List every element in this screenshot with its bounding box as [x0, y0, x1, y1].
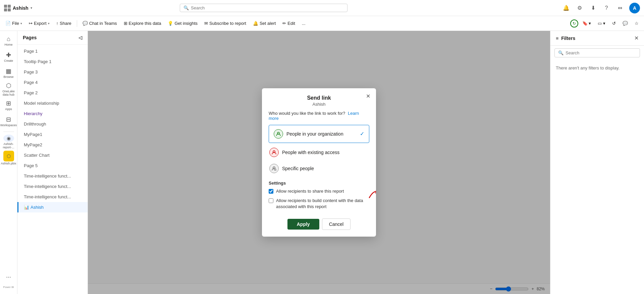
page-item-page1[interactable]: Page 1 [17, 46, 88, 56]
browse-icon: ▦ [6, 67, 11, 75]
page-item-mypage1[interactable]: MyPage1 [17, 129, 88, 140]
left-navigation: ⌂ Home ✚ Create ▦ Browse ⬡ OneLake data … [0, 31, 17, 294]
modal-close-button[interactable]: ✕ [364, 92, 372, 100]
more-icon: ··· [6, 274, 11, 281]
nav-create[interactable]: ✚ Create [1, 50, 16, 64]
explore-data-button[interactable]: ⊞ Explore this data [121, 19, 164, 27]
refresh2-button[interactable]: ↺ [609, 19, 619, 27]
specific-icon [269, 164, 279, 173]
option-specific-label: Specific people [282, 166, 369, 171]
explore-icon: ⊞ [124, 21, 127, 26]
page-item-ashish[interactable]: 📊Ashish [17, 202, 88, 212]
settings-icon[interactable]: ⚙ [576, 4, 584, 12]
filters-search[interactable]: 🔍 [554, 48, 640, 57]
content-area: Send link Ashish ✕ Who would you like th… [88, 31, 550, 294]
option-org[interactable]: People in your organization ✓ [269, 125, 369, 143]
get-insights-button[interactable]: 💡 Get insights [165, 19, 200, 27]
more-button[interactable]: ... [299, 19, 308, 27]
edit-button[interactable]: ✏ Edit [280, 19, 298, 27]
download-icon[interactable]: ⬇ [589, 4, 597, 12]
modal-overlay: Send link Ashish ✕ Who would you like th… [88, 31, 550, 294]
view-button[interactable]: ▭ ▾ [595, 19, 608, 27]
active-page-icon: 📊 [24, 205, 29, 210]
share-icon2: ↑ [56, 21, 59, 26]
allow-share-label: Allow recipients to share this report [276, 188, 344, 194]
page-item-time2[interactable]: Time-intelligence funct... [17, 181, 88, 192]
nav-ashish-report[interactable]: ◉ Ashish-report-... [1, 135, 16, 149]
page-item-page3[interactable]: Page 3 [17, 67, 88, 77]
avatar[interactable]: A [629, 3, 640, 13]
allow-build-checkbox[interactable] [269, 198, 273, 203]
export-chevron: ▾ [48, 22, 50, 25]
option-specific[interactable]: Specific people [269, 160, 369, 177]
apply-button[interactable]: Apply [287, 219, 319, 230]
ashish-pbix-icon: ⬡ [3, 151, 14, 161]
nav-ashish-pbix-label: Ashish.pbix [1, 162, 16, 165]
help-icon[interactable]: ? [602, 4, 610, 12]
modal-body: Who would you like the link to work for?… [262, 111, 376, 219]
page-item-model[interactable]: Model relationship [17, 98, 88, 108]
refresh-button[interactable]: ↻ [570, 19, 578, 28]
search-input[interactable] [191, 5, 344, 10]
page-item-drillthrough[interactable]: Drillthrough [17, 119, 88, 129]
comment-button[interactable]: 💬 [620, 19, 631, 27]
allow-share-checkbox[interactable] [269, 189, 273, 194]
page-item-hierarchy[interactable]: Hierarchy [17, 108, 88, 119]
pages-header: Pages ◁ [17, 31, 88, 45]
star-button[interactable]: ☆ [632, 19, 641, 27]
share-icon[interactable]: ⇔ [616, 4, 624, 12]
topbar-icons: 🔔 ⚙ ⬇ ? ⇔ A [562, 3, 640, 13]
nav-ashish-pbix[interactable]: ⬡ Ashish.pbix [1, 151, 16, 165]
filters-empty-message: There aren't any filters to display. [550, 60, 644, 76]
filters-search-icon: 🔍 [558, 50, 564, 55]
pages-collapse-icon[interactable]: ◁ [78, 35, 82, 40]
search-icon: 🔍 [183, 5, 189, 10]
nav-apps[interactable]: ⊞ Apps [1, 98, 16, 113]
page-item-page2[interactable]: Page 2 [17, 88, 88, 98]
filter-icon: ≡ [556, 36, 558, 41]
red-annotation [367, 188, 376, 200]
home-icon: ⌂ [7, 36, 10, 43]
filters-search-input[interactable] [566, 50, 636, 55]
filters-title: ≡ Filters [556, 36, 575, 41]
page-item-time3[interactable]: Time-intelligence funct... [17, 192, 88, 202]
page-item-page5[interactable]: Page 5 [17, 160, 88, 171]
nav-create-label: Create [4, 59, 13, 63]
modal-subtitle: Ashish [312, 102, 325, 107]
cancel-button[interactable]: Cancel [322, 218, 351, 230]
chat-teams-button[interactable]: 💬 Chat in Teams [80, 19, 120, 27]
page-item-scatter[interactable]: Scatter Chart [17, 150, 88, 160]
nav-onelake-label: OneLake data hub [1, 90, 16, 97]
page-item-page4[interactable]: Page 4 [17, 77, 88, 88]
alert-button[interactable]: 🔔 Set alert [250, 19, 278, 27]
option-existing[interactable]: People with existing access [269, 144, 369, 160]
global-search[interactable]: 🔍 [180, 4, 347, 12]
filters-collapse-icon[interactable]: ✕ [634, 35, 639, 41]
nav-onelake[interactable]: ⬡ OneLake data hub [1, 82, 16, 97]
app-name[interactable]: Ashish [13, 5, 29, 11]
nav-more[interactable]: ··· [1, 270, 16, 284]
nav-workspaces[interactable]: ⊟ Workspaces [1, 114, 16, 129]
checkbox-allow-share-row: Allow recipients to share this report [269, 188, 369, 194]
subscribe-button[interactable]: ✉ Subscribe to report [202, 19, 249, 27]
option-org-label: People in your organization [286, 131, 357, 137]
onelake-icon: ⬡ [6, 82, 11, 89]
modal-header: Send link Ashish ✕ [262, 88, 376, 111]
share-button[interactable]: ↑ Share [54, 19, 74, 27]
nav-home[interactable]: ⌂ Home [1, 34, 16, 48]
nav-browse-label: Browse [3, 76, 13, 79]
main-area: ⌂ Home ✚ Create ▦ Browse ⬡ OneLake data … [0, 31, 644, 294]
bookmark-button[interactable]: 🔖 ▾ [580, 19, 594, 27]
page-item-time1[interactable]: Time-intelligence funct... [17, 171, 88, 181]
existing-icon [269, 148, 279, 157]
nav-ashish-report-label: Ashish-report-... [1, 143, 16, 149]
subscribe-icon: ✉ [204, 21, 208, 26]
file-button[interactable]: 📄 File ▾ [3, 19, 25, 27]
appname-chevron[interactable]: ▾ [31, 6, 32, 10]
export-button[interactable]: ↦ Export ▾ [26, 19, 52, 27]
notification-icon[interactable]: 🔔 [562, 4, 570, 12]
pages-panel: Pages ◁ Page 1 Tooltip Page 1 Page 3 Pag… [17, 31, 88, 294]
page-item-mypage2[interactable]: MyPage2 [17, 140, 88, 150]
nav-browse[interactable]: ▦ Browse [1, 66, 16, 81]
page-item-tooltip[interactable]: Tooltip Page 1 [17, 56, 88, 67]
